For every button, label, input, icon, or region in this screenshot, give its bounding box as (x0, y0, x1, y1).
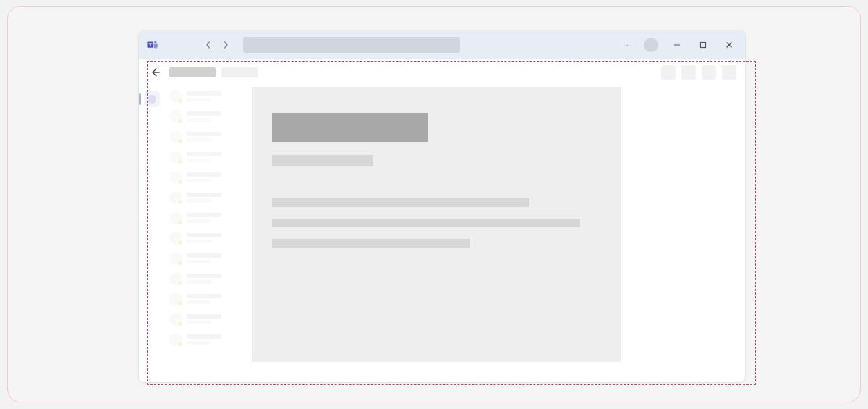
chat-name (187, 152, 221, 156)
search-input[interactable] (243, 37, 460, 53)
chat-name (187, 91, 221, 96)
list-item[interactable] (169, 333, 247, 346)
chat-name (187, 233, 221, 237)
history-nav (201, 38, 233, 52)
avatar-icon (169, 333, 182, 346)
chat-preview (187, 280, 211, 284)
chat-preview (187, 118, 211, 122)
list-item[interactable] (169, 110, 247, 123)
chat-name (187, 213, 221, 217)
svg-text:T: T (149, 42, 153, 47)
chat-preview (187, 260, 211, 263)
chat-preview (187, 240, 211, 243)
chat-preview (187, 300, 211, 304)
chat-name (187, 193, 221, 197)
tab-canvas (252, 85, 745, 382)
avatar-icon (169, 252, 182, 265)
content-subheading (272, 155, 373, 166)
chat-name (187, 111, 221, 116)
avatar-icon (169, 110, 182, 123)
window-maximize-button[interactable] (693, 35, 713, 55)
chat-preview (187, 159, 211, 162)
teams-logo-icon: T (146, 38, 159, 51)
avatar-icon (169, 292, 182, 305)
profile-avatar-button[interactable] (644, 38, 658, 52)
avatar-icon (169, 191, 182, 204)
chat-name (187, 314, 221, 319)
tab-toolbar (139, 59, 745, 85)
content-heading (272, 113, 428, 142)
toolbar-action-2[interactable] (681, 65, 696, 80)
list-item[interactable] (169, 313, 247, 326)
chat-preview (187, 199, 211, 203)
illustration-frame: T ··· (7, 6, 861, 402)
list-item[interactable] (169, 252, 247, 265)
rail-item-chat[interactable] (144, 91, 160, 107)
chat-preview (187, 341, 211, 345)
chat-list (165, 85, 252, 382)
breadcrumb-primary[interactable] (169, 67, 216, 77)
chat-preview (187, 98, 211, 101)
list-item[interactable] (169, 232, 247, 245)
chat-icon (148, 95, 156, 104)
list-item[interactable] (169, 272, 247, 285)
chat-preview (187, 219, 211, 223)
chat-name (187, 253, 221, 258)
toolbar-action-4[interactable] (722, 65, 736, 80)
list-item[interactable] (169, 211, 247, 224)
chat-name (187, 132, 221, 136)
window-close-button[interactable] (719, 35, 739, 55)
avatar-icon (169, 211, 182, 224)
content-line (272, 219, 580, 227)
chat-name (187, 334, 221, 339)
svg-rect-4 (701, 43, 706, 48)
teams-window: T ··· (138, 30, 746, 383)
breadcrumb-secondary[interactable] (221, 67, 258, 77)
chat-preview (187, 179, 211, 182)
avatar-icon (169, 313, 182, 326)
list-item[interactable] (169, 130, 247, 143)
content-card (252, 87, 621, 362)
list-item[interactable] (169, 151, 247, 164)
content-line (272, 239, 470, 248)
toolbar-action-3[interactable] (702, 65, 716, 80)
list-item[interactable] (169, 90, 247, 103)
chat-name (187, 172, 221, 177)
list-item[interactable] (169, 191, 247, 204)
svg-point-2 (154, 41, 156, 43)
chat-name (187, 274, 221, 278)
app-rail (139, 85, 165, 382)
nav-forward-button[interactable] (218, 38, 233, 52)
avatar-icon (169, 90, 182, 103)
avatar-icon (169, 130, 182, 143)
avatar-icon (169, 151, 182, 164)
list-item[interactable] (169, 292, 247, 305)
chat-preview (187, 321, 211, 324)
list-item[interactable] (169, 171, 247, 184)
chat-preview (187, 138, 211, 142)
more-options-button[interactable]: ··· (621, 39, 635, 51)
avatar-icon (169, 272, 182, 285)
app-body (139, 85, 745, 382)
window-minimize-button[interactable] (667, 35, 687, 55)
avatar-icon (169, 232, 182, 245)
nav-back-button[interactable] (201, 38, 216, 52)
title-bar: T ··· (139, 30, 745, 59)
avatar-icon (169, 171, 182, 184)
toolbar-action-1[interactable] (661, 65, 676, 80)
chat-name (187, 294, 221, 298)
back-button[interactable] (148, 64, 163, 80)
content-line (272, 198, 529, 207)
